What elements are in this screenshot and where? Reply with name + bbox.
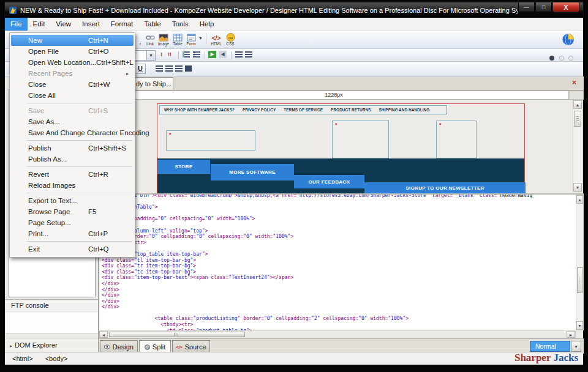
menubar-item-edit[interactable]: Edit <box>28 18 51 31</box>
source-line[interactable] <box>99 199 576 205</box>
align-center-button[interactable] <box>165 65 173 72</box>
file-menu-item-reload-images[interactable]: Reload Images <box>11 180 134 191</box>
dom-explorer-header[interactable]: ▸DOM Explorer <box>6 338 98 353</box>
combo-arrow-icon[interactable]: ▼ <box>146 51 155 60</box>
preview-input-2[interactable]: * <box>332 121 389 158</box>
menubar-item-table[interactable]: Table <box>138 18 167 31</box>
image-button[interactable]: Image <box>157 32 170 46</box>
scroll-left-icon[interactable]: ◄ <box>99 331 108 338</box>
align-left-icon[interactable] <box>235 51 243 58</box>
scroll-right-icon[interactable]: ► <box>567 331 575 338</box>
css-button[interactable]: css CSS <box>224 32 237 46</box>
file-menu-item-revert[interactable]: RevertCtrl+R <box>11 169 134 180</box>
preview-input-3[interactable]: * <box>436 121 477 158</box>
minimize-button[interactable]: — <box>518 2 535 12</box>
source-line[interactable]: </div> <box>99 292 576 299</box>
justify-button[interactable] <box>185 65 192 72</box>
source-line[interactable]: er="0" cellpadding="0" cellspacing="0" w… <box>99 216 576 222</box>
numbered-list-icon[interactable] <box>183 51 190 58</box>
source-line[interactable]: <div class="tc item-top-bar-bg"> <box>99 269 576 275</box>
file-menu-item-open-file[interactable]: Open FileCtrl+O <box>11 46 134 57</box>
source-line[interactable] <box>99 210 576 217</box>
preview-nav-link[interactable]: PRODUCT RETURNS <box>331 108 371 112</box>
scrollbar-thumb[interactable] <box>574 111 581 127</box>
source-hscrollbar[interactable]: ◄ ► <box>99 330 576 338</box>
source-line[interactable]: class="row_1 btn"><div class="wideBreadc… <box>99 195 576 199</box>
source-line[interactable]: <div class="tl item-top-bar-bg"> <box>99 258 576 264</box>
file-menu-item-close[interactable]: CloseCtrl+W <box>11 79 134 90</box>
scroll-down-icon[interactable]: ▼ <box>576 321 583 330</box>
close-button[interactable]: X <box>552 2 579 12</box>
emphasis-button[interactable]: ! <box>160 51 162 58</box>
style-combo[interactable]: ▼ <box>132 50 156 61</box>
status-tag-html[interactable]: <html> <box>12 355 33 362</box>
scroll-down-icon[interactable]: ▼ <box>573 183 582 192</box>
source-line[interactable]: <table class="productListing" border="0"… <box>99 316 576 322</box>
form-dropdown-caret[interactable]: ▼ <box>198 36 203 40</box>
file-menu-item-publish[interactable]: PublishCtrl+Shift+S <box>11 143 134 154</box>
link-button[interactable]: Link <box>143 32 157 46</box>
hscrollbar-thumb[interactable] <box>109 332 245 337</box>
menubar-item-insert[interactable]: Insert <box>77 18 105 31</box>
highlight-color-icon[interactable] <box>559 56 564 61</box>
file-menu-item-close-all[interactable]: Close All <box>11 90 134 101</box>
file-menu-item-publish-as[interactable]: Publish As... <box>11 154 134 165</box>
file-menu-item-open-web-location[interactable]: Open Web Location...Ctrl+Shift+L <box>11 57 134 68</box>
underline-button[interactable]: U <box>135 64 146 74</box>
align-right-button[interactable] <box>175 65 183 72</box>
our-feedback-button[interactable]: OUR FEEDBACK <box>294 175 364 188</box>
preview-nav-link[interactable]: WHY SHOP WITH SHARPER JACKS? <box>164 108 235 112</box>
store-button[interactable]: STORE <box>157 160 210 174</box>
more-software-button[interactable]: MORE SOFTWARE <box>211 164 294 180</box>
source-line[interactable]: </div> <box>99 281 576 287</box>
align-right-icon[interactable] <box>245 51 252 58</box>
html-button[interactable]: </> HTML <box>209 32 223 46</box>
preview-nav-link[interactable]: PRIVACY POLICY <box>243 108 276 112</box>
source-line[interactable]: <tbody><tr> <box>99 240 576 246</box>
mode-select-arrow-icon[interactable]: ▼ <box>571 341 581 352</box>
source-line[interactable]: "ProductMainTable"> <box>99 204 576 210</box>
file-menu-item-new[interactable]: NewCtrl+N <box>11 35 134 46</box>
ftp-console-header[interactable]: FTP console <box>6 299 98 311</box>
source-line[interactable] <box>99 310 576 316</box>
source-line[interactable]: </div> <box>99 304 576 310</box>
source-line[interactable]: </div> <box>99 287 576 293</box>
indent-more-icon[interactable]: ▶ <box>208 51 216 58</box>
source-line[interactable]: </div> <box>99 299 576 305</box>
indent-less-icon[interactable]: ◀ <box>219 51 227 58</box>
menubar-item-view[interactable]: View <box>50 18 77 31</box>
background-color-icon[interactable] <box>568 56 573 61</box>
source-line[interactable]: ody><tr> <box>99 222 576 228</box>
table-button[interactable]: Table <box>171 32 184 46</box>
file-menu-item-save-as[interactable]: Save As... <box>11 116 134 127</box>
preview-nav-link[interactable]: SHIPPING AND HANDLING <box>379 108 429 112</box>
source-line[interactable]: <td> <box>99 245 576 251</box>
file-menu-item-exit[interactable]: ExitCtrl+Q <box>11 244 134 255</box>
preview-input-1[interactable]: * <box>166 130 255 151</box>
source-line[interactable]: <tbody><tr> <box>99 322 576 328</box>
form-button[interactable]: Form <box>184 32 198 46</box>
mode-select[interactable]: Normal <box>530 341 570 352</box>
preview-scrollbar[interactable]: ▲ ▼ <box>573 100 582 192</box>
source-line[interactable]: <table border="0" cellpadding="0" cellsp… <box>99 234 576 240</box>
preview-nav-link[interactable]: TERMS OF SERVICE <box>284 108 323 112</box>
scroll-up-icon[interactable]: ▲ <box>573 100 582 109</box>
file-menu-item-export-to-text[interactable]: Export to Text... <box>11 195 134 206</box>
source-line[interactable]: <div class="top_table item-top-bar"> <box>99 251 576 258</box>
bullet-list-icon[interactable] <box>193 51 200 58</box>
maximize-button[interactable]: □ <box>535 2 552 12</box>
signup-newsletter-button[interactable]: SIGNUP TO OUR NEWSLETTER <box>364 182 526 193</box>
file-menu-item-browse-page[interactable]: Browse PageF5 <box>11 206 134 217</box>
scroll-up-icon[interactable]: ▲ <box>576 195 583 204</box>
menubar-item-file[interactable]: File <box>5 18 28 31</box>
tab-close-icon[interactable]: × <box>572 78 576 87</box>
scrollbar-thumb[interactable] <box>577 267 582 293</box>
source-line[interactable]: td class="column-left" valign="top"> <box>99 228 576 234</box>
strong-emphasis-button[interactable]: !! <box>168 51 172 58</box>
source-line[interactable]: <div class="tr item-top-bar-bg"> <box>99 263 576 269</box>
source-view[interactable]: class="row_1 btn"><div class="wideBreadc… <box>99 195 576 330</box>
status-tag-body[interactable]: <body> <box>45 355 68 362</box>
menubar-item-tools[interactable]: Tools <box>167 18 194 31</box>
source-line[interactable]: <div class="item-top-bar-text"><span cla… <box>99 275 576 281</box>
file-menu-item-save-and-change-character-encoding[interactable]: Save And Change Character Encoding <box>11 127 134 138</box>
